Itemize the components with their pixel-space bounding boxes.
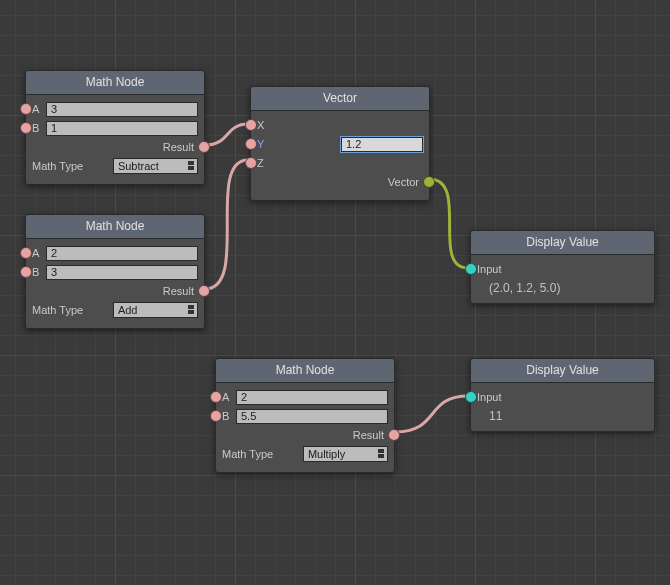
port-in-b[interactable] xyxy=(20,122,32,134)
node-math-3[interactable]: Math Node A 2 B 5.5 Result Math Type Mul… xyxy=(215,358,395,473)
input-b[interactable]: 1 xyxy=(46,121,198,136)
port-out-result[interactable] xyxy=(198,285,210,297)
label-mathtype: Math Type xyxy=(32,304,113,316)
select-mathtype[interactable]: Subtract xyxy=(113,158,198,174)
display-value: 11 xyxy=(477,407,648,423)
port-in-y[interactable] xyxy=(245,138,257,150)
port-in-z[interactable] xyxy=(245,157,257,169)
select-mathtype[interactable]: Multiply xyxy=(303,446,388,462)
node-math-2[interactable]: Math Node A 2 B 3 Result Math Type Add xyxy=(25,214,205,329)
node-title[interactable]: Math Node xyxy=(26,215,204,239)
port-out-vector[interactable] xyxy=(423,176,435,188)
label-b: B xyxy=(222,410,236,422)
node-display-1[interactable]: Display Value Input (2.0, 1.2, 5.0) xyxy=(470,230,655,304)
input-a[interactable]: 2 xyxy=(236,390,388,405)
port-in-b[interactable] xyxy=(20,266,32,278)
label-y: Y xyxy=(257,138,271,150)
input-a[interactable]: 2 xyxy=(46,246,198,261)
label-a: A xyxy=(32,103,46,115)
node-title[interactable]: Display Value xyxy=(471,359,654,383)
label-x: X xyxy=(257,119,271,131)
port-out-result[interactable] xyxy=(388,429,400,441)
label-b: B xyxy=(32,266,46,278)
port-in-a[interactable] xyxy=(20,103,32,115)
node-display-2[interactable]: Display Value Input 11 xyxy=(470,358,655,432)
port-in-a[interactable] xyxy=(20,247,32,259)
port-in-input[interactable] xyxy=(465,391,477,403)
label-result: Result xyxy=(163,285,194,297)
port-in-x[interactable] xyxy=(245,119,257,131)
label-a: A xyxy=(32,247,46,259)
port-in-a[interactable] xyxy=(210,391,222,403)
input-b[interactable]: 5.5 xyxy=(236,409,388,424)
label-input: Input xyxy=(477,263,501,275)
port-in-input[interactable] xyxy=(465,263,477,275)
select-mathtype[interactable]: Add xyxy=(113,302,198,318)
input-y[interactable]: 1.2 xyxy=(341,137,423,152)
label-vector-out: Vector xyxy=(388,176,419,188)
label-a: A xyxy=(222,391,236,403)
input-a[interactable]: 3 xyxy=(46,102,198,117)
label-b: B xyxy=(32,122,46,134)
port-in-b[interactable] xyxy=(210,410,222,422)
node-title[interactable]: Display Value xyxy=(471,231,654,255)
label-result: Result xyxy=(163,141,194,153)
label-input: Input xyxy=(477,391,501,403)
label-result: Result xyxy=(353,429,384,441)
label-mathtype: Math Type xyxy=(222,448,303,460)
port-out-result[interactable] xyxy=(198,141,210,153)
node-math-1[interactable]: Math Node A 3 B 1 Result Math Type Subtr… xyxy=(25,70,205,185)
label-mathtype: Math Type xyxy=(32,160,113,172)
input-b[interactable]: 3 xyxy=(46,265,198,280)
node-title[interactable]: Math Node xyxy=(26,71,204,95)
display-value: (2.0, 1.2, 5.0) xyxy=(477,279,648,295)
node-vector[interactable]: Vector X Y 1.2 Z Vector xyxy=(250,86,430,201)
node-title[interactable]: Math Node xyxy=(216,359,394,383)
label-z: Z xyxy=(257,157,271,169)
node-title[interactable]: Vector xyxy=(251,87,429,111)
